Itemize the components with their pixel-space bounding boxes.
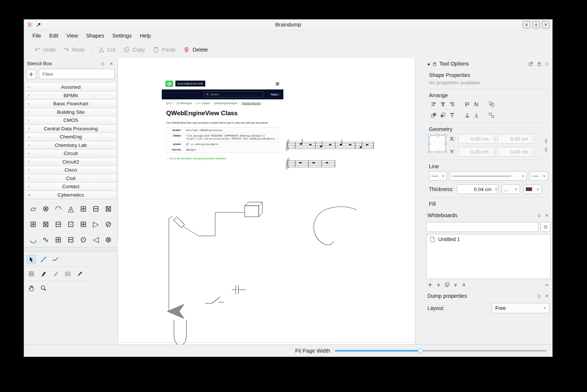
anchor-top-left[interactable] xyxy=(427,134,431,137)
stencil-shape[interactable]: ∿ xyxy=(39,232,52,246)
group-shapes-button[interactable] xyxy=(487,100,496,108)
stencil-category[interactable]: › ChemEng xyxy=(25,133,117,141)
stencil-shape[interactable]: ◬ xyxy=(64,201,77,216)
bullet-shape[interactable] xyxy=(174,320,186,345)
popout-icon[interactable] xyxy=(528,61,534,66)
shade-button[interactable]: ∨ xyxy=(523,21,530,28)
raise-shape-button[interactable] xyxy=(429,111,438,119)
menu-item[interactable]: Help xyxy=(136,31,155,40)
collapse-icon[interactable]: ▲ xyxy=(427,62,430,66)
stencil-category-expanded[interactable]: ∨ Cybernetics xyxy=(25,191,117,199)
stencil-shape[interactable]: ◡ xyxy=(27,232,39,246)
arrow-shape[interactable] xyxy=(167,304,184,318)
stencil-shape[interactable]: ▷ xyxy=(90,216,102,232)
stencil-shape[interactable]: ⊗ xyxy=(102,232,115,246)
layout-select[interactable]: Free ∨ xyxy=(492,303,549,313)
box-3d-shape[interactable] xyxy=(245,202,262,217)
stencil-category[interactable]: › Circuit2 xyxy=(25,158,117,166)
stencil-category[interactable]: › Building Site xyxy=(25,108,117,117)
menu-item[interactable]: Shapes xyxy=(82,31,108,40)
maximize-button[interactable]: ∧ xyxy=(532,21,540,28)
copy-button[interactable]: Copy xyxy=(119,43,149,56)
stencil-category[interactable]: › Basic Flowchart xyxy=(25,100,117,108)
freehand-path-tool[interactable] xyxy=(51,255,60,264)
stencil-shape[interactable]: ▱ xyxy=(27,201,39,216)
redo-button[interactable]: ↷ Redo xyxy=(60,43,89,56)
stencil-shape[interactable]: ⊠ xyxy=(102,201,115,216)
whiteboards-close-icon[interactable]: × xyxy=(544,213,549,218)
zoom-mode-label[interactable]: Fit Page Width xyxy=(295,348,330,354)
stencil-shape[interactable]: ⊟ xyxy=(64,232,77,246)
panel-splitter[interactable] xyxy=(415,58,424,345)
stencil-shape[interactable]: ⊗ xyxy=(39,201,52,216)
move-whiteboard-up-button[interactable]: ∧ xyxy=(461,282,467,287)
whiteboards-float-icon[interactable]: ◇ xyxy=(537,213,542,218)
paste-button[interactable]: Paste xyxy=(149,43,179,56)
menu-item[interactable]: File xyxy=(28,31,45,40)
whiteboard-canvas[interactable]: Qt DOCUMENTATION ≡ Search Topics › xyxy=(118,58,415,345)
stencil-shape[interactable]: ⊙ xyxy=(77,232,90,246)
stencil-shape[interactable]: ⊞ xyxy=(77,216,90,232)
dump-close-icon[interactable]: × xyxy=(544,293,549,299)
thickness-spinbox[interactable]: 0.04 cm▴▾ xyxy=(457,184,498,194)
lock-icon[interactable] xyxy=(433,61,437,66)
pan-tool[interactable] xyxy=(27,283,36,293)
bring-to-front-button[interactable] xyxy=(447,111,457,119)
whiteboard-name-input[interactable] xyxy=(426,222,538,232)
width-field[interactable]: 0.00 cm▴▾ xyxy=(498,134,535,144)
resistor-circuit[interactable] xyxy=(169,212,245,311)
stencil-close-icon[interactable]: × xyxy=(109,61,114,66)
move-whiteboard-down-button[interactable]: ∨ xyxy=(453,282,458,287)
line-start-marker-select[interactable]: ∨ xyxy=(429,171,447,181)
menu-item[interactable]: View xyxy=(62,31,82,40)
stencil-shape[interactable]: ⊡ xyxy=(64,216,77,232)
panel-lock-icon[interactable] xyxy=(537,61,542,66)
stencil-shape[interactable]: ⊟ xyxy=(52,216,64,232)
pencil-tool[interactable] xyxy=(75,269,84,278)
stencil-category[interactable]: › Chemistry Lab xyxy=(25,141,117,150)
stencil-shape[interactable]: ⊟ xyxy=(90,201,102,216)
ungroup-shapes-button[interactable] xyxy=(487,111,496,119)
chain-link-icon[interactable] xyxy=(544,148,548,152)
add-whiteboard-button[interactable]: + xyxy=(427,281,433,288)
align-left-button[interactable] xyxy=(429,100,438,108)
s-curve-shape[interactable] xyxy=(314,207,357,245)
remove-whiteboard-button[interactable]: − xyxy=(544,282,549,288)
stencil-float-icon[interactable]: ◇ xyxy=(100,61,105,66)
stencil-category[interactable]: › Cisco xyxy=(25,166,117,174)
dump-float-icon[interactable]: ◇ xyxy=(537,293,542,299)
duplicate-whiteboard-button[interactable] xyxy=(444,282,450,287)
send-backward-button[interactable] xyxy=(472,111,481,119)
menu-item[interactable]: Edit xyxy=(45,31,62,40)
position-anchor-widget[interactable] xyxy=(429,135,446,152)
capacitor-shape[interactable] xyxy=(232,285,246,294)
whiteboard-list-item[interactable]: Untitled 1 xyxy=(427,234,550,244)
zoom-slider[interactable] xyxy=(335,348,547,354)
stencil-category[interactable]: › Central Data Processing xyxy=(25,125,117,133)
add-whiteboard-menu-icon[interactable]: ∨ xyxy=(436,282,441,287)
align-top-button[interactable] xyxy=(462,100,472,108)
switch-shape[interactable] xyxy=(205,297,224,303)
chain-link-icon[interactable] xyxy=(544,139,548,143)
line-end-marker-select[interactable]: ∨ xyxy=(530,171,548,181)
stencil-category[interactable]: › Civil xyxy=(25,174,117,183)
stencil-category[interactable]: › CMOS xyxy=(25,116,117,125)
add-stencil-button[interactable]: + xyxy=(26,69,36,79)
music-staff-2[interactable] xyxy=(286,158,335,169)
zoom-slider-handle[interactable] xyxy=(418,348,423,353)
stencil-shape[interactable]: ◁ xyxy=(90,232,102,246)
close-button[interactable]: × xyxy=(542,21,549,28)
stencil-category[interactable]: › Assorted xyxy=(25,83,117,92)
stencil-category[interactable]: › Contact xyxy=(25,183,117,191)
x-position-field[interactable]: 0.00 cm▴▾ xyxy=(458,134,495,144)
undo-button[interactable]: ↶ Undo xyxy=(31,43,60,56)
line-color-button[interactable]: ∨ xyxy=(523,184,542,194)
stencil-shape[interactable]: ◠ xyxy=(52,201,64,216)
line-more-options-button[interactable]: ...∨ xyxy=(502,184,520,194)
stencil-filter-input[interactable] xyxy=(39,69,115,79)
send-to-back-button[interactable] xyxy=(462,111,472,119)
height-field[interactable]: 0.00 cm▴▾ xyxy=(498,147,535,156)
whiteboard-list-options-button[interactable] xyxy=(541,222,551,232)
lower-shape-button[interactable] xyxy=(438,111,447,119)
stencil-category[interactable]: › Circuit xyxy=(25,149,117,158)
